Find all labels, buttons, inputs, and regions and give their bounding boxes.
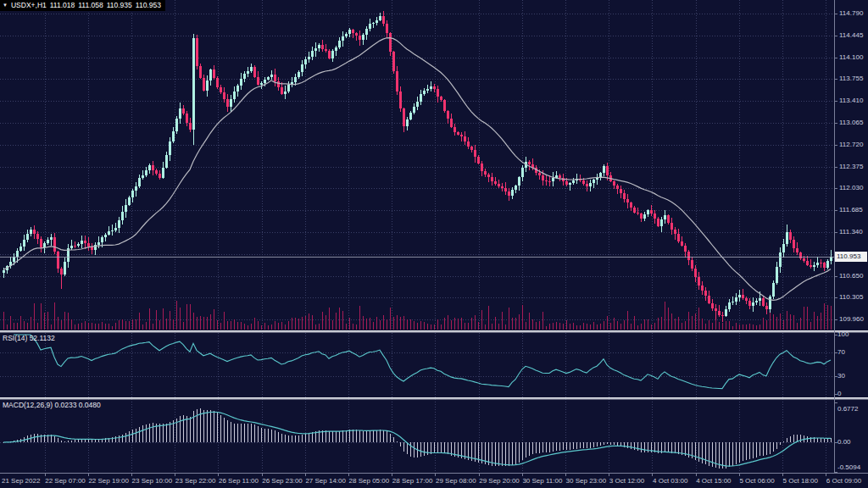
candle [623, 193, 626, 199]
candle [620, 189, 622, 193]
candle [84, 241, 86, 243]
candle [325, 49, 327, 51]
candle [406, 119, 409, 126]
candle [545, 180, 548, 181]
candle [681, 241, 683, 246]
candle [298, 72, 300, 78]
candle [403, 108, 405, 126]
candle [765, 306, 768, 309]
candle [650, 210, 653, 214]
candle [36, 234, 39, 239]
candle [128, 197, 131, 205]
candle [810, 265, 812, 268]
candle [430, 86, 432, 89]
candle [606, 166, 609, 175]
candle [755, 301, 758, 302]
candle [13, 257, 15, 262]
candle [660, 219, 663, 226]
candle [379, 16, 381, 20]
candle [97, 242, 100, 246]
candle [87, 243, 90, 246]
candle [779, 252, 782, 267]
candle [413, 107, 415, 113]
candle [64, 262, 66, 274]
candle [148, 165, 151, 170]
candle [342, 36, 344, 42]
candle [769, 297, 771, 309]
candle [135, 186, 137, 191]
candle [23, 240, 25, 247]
candle [613, 181, 615, 186]
candle [467, 141, 470, 147]
candle [230, 99, 232, 107]
candle [508, 191, 510, 196]
volume-layer [3, 301, 832, 330]
chart-canvas[interactable] [0, 0, 868, 488]
candle [515, 186, 517, 190]
candle [155, 170, 158, 174]
candle [670, 223, 673, 230]
candle [50, 237, 53, 240]
candle [328, 51, 331, 58]
candle [426, 89, 429, 91]
candle [504, 188, 507, 191]
candle [745, 298, 748, 302]
candle [643, 214, 646, 218]
candle [81, 241, 83, 244]
candle [721, 315, 724, 316]
candle [474, 150, 476, 157]
candle [182, 108, 185, 114]
candle [348, 30, 351, 34]
candle [589, 183, 592, 186]
candle [420, 94, 422, 101]
candle [654, 214, 656, 219]
candle [220, 87, 222, 93]
candle [742, 295, 744, 298]
candle [186, 114, 188, 122]
candle [260, 83, 263, 85]
candle [518, 177, 520, 186]
candle [362, 35, 364, 40]
candle [19, 247, 22, 252]
candle [196, 38, 198, 66]
candle [437, 89, 439, 97]
candle [477, 157, 480, 164]
candle [33, 230, 36, 234]
candle [274, 75, 276, 81]
candle [823, 263, 826, 267]
candle [250, 67, 253, 71]
candle [352, 30, 354, 33]
candle [799, 252, 802, 258]
candle [382, 16, 385, 24]
candle [226, 99, 229, 107]
candle [511, 190, 514, 196]
candle [247, 71, 249, 74]
candle [701, 286, 704, 291]
candle [501, 186, 504, 188]
candle [318, 45, 320, 48]
candle [47, 240, 49, 243]
candle [43, 243, 46, 247]
candle [331, 51, 334, 58]
candle [3, 270, 5, 274]
candle [159, 174, 161, 178]
candle [494, 181, 497, 184]
candle [175, 119, 178, 131]
candle [169, 141, 171, 156]
candle [365, 29, 368, 35]
candle [301, 64, 303, 72]
candle [718, 311, 721, 315]
candle [640, 214, 643, 218]
candle [782, 244, 785, 252]
candle [735, 297, 737, 302]
candle [698, 277, 700, 286]
candle [647, 210, 649, 214]
candle [542, 175, 544, 180]
candle [616, 186, 619, 188]
candle [491, 177, 493, 181]
candle [233, 92, 236, 99]
candle [345, 34, 348, 36]
candle [335, 47, 337, 51]
candle [386, 24, 388, 33]
candle [236, 86, 239, 92]
